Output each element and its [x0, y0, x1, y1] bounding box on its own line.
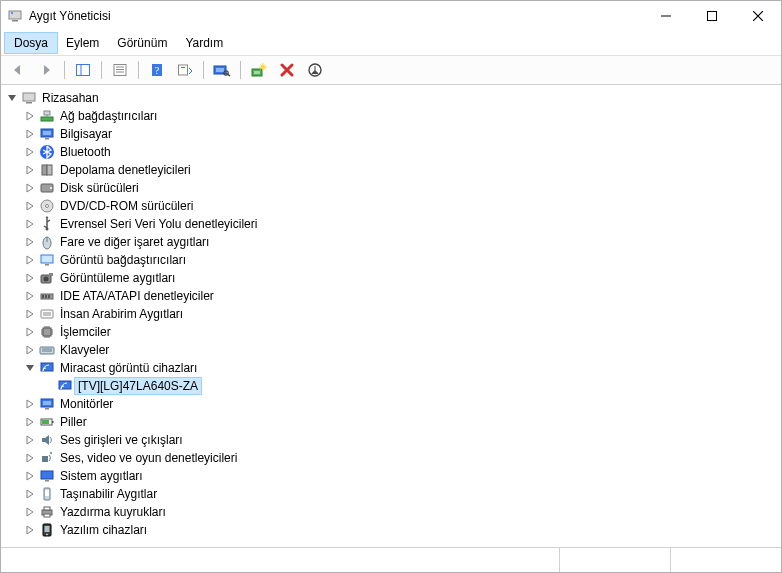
tree-category-sound-video-game-controllers[interactable]: Ses, video ve oyun denetleyicileri: [23, 449, 781, 467]
expand-icon[interactable]: [23, 343, 37, 357]
tree-root-label: Rizasahan: [39, 90, 102, 106]
toolbar-separator: [138, 61, 139, 79]
show-hide-console-tree-button[interactable]: [70, 58, 96, 82]
monitors-icon: [39, 396, 55, 412]
svg-point-36: [46, 228, 49, 231]
expand-icon[interactable]: [23, 235, 37, 249]
tree-item-label: Piller: [57, 414, 90, 430]
tree-category-keyboards[interactable]: Klavyeler: [23, 341, 781, 359]
tree-item-label: Fare ve diğer işaret aygıtları: [57, 234, 212, 250]
tree-device-miracast-tv[interactable]: [TV][LG]47LA640S-ZA: [41, 377, 781, 395]
svg-rect-51: [43, 328, 51, 336]
back-button[interactable]: [5, 58, 31, 82]
tree-category-monitors[interactable]: Monitörler: [23, 395, 781, 413]
expand-icon[interactable]: [23, 523, 37, 537]
svg-rect-58: [43, 401, 51, 405]
svg-text:?: ?: [155, 65, 160, 76]
tree-category-portable-devices[interactable]: Taşınabilir Aygıtlar: [23, 485, 781, 503]
scan-hardware-button[interactable]: [209, 58, 235, 82]
expand-icon[interactable]: [23, 217, 37, 231]
action-button[interactable]: [172, 58, 198, 82]
help-button[interactable]: ?: [144, 58, 170, 82]
toolbar-separator: [64, 61, 65, 79]
expand-icon[interactable]: [23, 271, 37, 285]
menu-file[interactable]: Dosya: [5, 33, 57, 53]
svg-rect-45: [42, 295, 44, 298]
tree-item-label: Ağ bağdaştırıcıları: [57, 108, 160, 124]
tree-category-ide-ata-atapi[interactable]: IDE ATA/ATAPI denetleyiciler: [23, 287, 781, 305]
menu-view[interactable]: Görünüm: [108, 33, 176, 53]
expand-icon[interactable]: [23, 505, 37, 519]
svg-rect-22: [26, 102, 32, 104]
tree-item-label: DVD/CD-ROM sürücüleri: [57, 198, 196, 214]
tree-category-miracast-displays[interactable]: Miracast görüntü cihazları: [23, 359, 781, 377]
usb-controllers-icon: [39, 216, 55, 232]
tree-item-label: Miracast görüntü cihazları: [57, 360, 200, 376]
expand-icon[interactable]: [23, 433, 37, 447]
toolbar-separator: [240, 61, 241, 79]
svg-rect-39: [41, 255, 53, 263]
minimize-button[interactable]: [643, 1, 689, 31]
tree-category-batteries[interactable]: Piller: [23, 413, 781, 431]
expand-icon[interactable]: [23, 181, 37, 195]
forward-button[interactable]: [33, 58, 59, 82]
expand-icon[interactable]: [23, 109, 37, 123]
expand-icon[interactable]: [23, 469, 37, 483]
expander-icon[interactable]: [5, 91, 19, 105]
tree-category-mice-pointing[interactable]: Fare ve diğer işaret aygıtları: [23, 233, 781, 251]
expand-icon[interactable]: [23, 127, 37, 141]
tree-category-imaging-devices[interactable]: Görüntüleme aygıtları: [23, 269, 781, 287]
tree-category-usb-controllers[interactable]: Evrensel Seri Veri Yolu denetleyicileri: [23, 215, 781, 233]
expand-icon[interactable]: [23, 145, 37, 159]
svg-rect-68: [45, 490, 49, 496]
expand-icon[interactable]: [23, 307, 37, 321]
tree-category-disk-drives[interactable]: Disk sürücüleri: [23, 179, 781, 197]
add-legacy-hardware-button[interactable]: [246, 58, 272, 82]
svg-point-2: [11, 12, 13, 14]
update-driver-button[interactable]: [302, 58, 328, 82]
tree-category-audio-inputs-outputs[interactable]: Ses girişleri ve çıkışları: [23, 431, 781, 449]
processors-icon: [39, 324, 55, 340]
tree-item-label: Sistem aygıtları: [57, 468, 146, 484]
expand-icon[interactable]: [23, 487, 37, 501]
status-pane: [1, 548, 560, 572]
expand-icon[interactable]: [23, 163, 37, 177]
properties-button[interactable]: [107, 58, 133, 82]
tree-category-processors[interactable]: İşlemciler: [23, 323, 781, 341]
tree-category-display-adapters[interactable]: Görüntü bağdaştırıcıları: [23, 251, 781, 269]
tree-category-system-devices[interactable]: Sistem aygıtları: [23, 467, 781, 485]
collapse-icon[interactable]: [23, 361, 37, 375]
svg-rect-63: [42, 456, 48, 462]
expand-icon[interactable]: [23, 397, 37, 411]
uninstall-device-button[interactable]: [274, 58, 300, 82]
maximize-button[interactable]: [689, 1, 735, 31]
close-button[interactable]: [735, 1, 781, 31]
audio-inputs-outputs-icon: [39, 432, 55, 448]
tree-category-software-devices[interactable]: Yazılım cihazları: [23, 521, 781, 539]
tree-item-label: İşlemciler: [57, 324, 114, 340]
svg-rect-61: [52, 421, 54, 423]
tree-category-storage-controllers[interactable]: Depolama denetleyicileri: [23, 161, 781, 179]
tree-category-dvd-cd-rom-drives[interactable]: DVD/CD-ROM sürücüleri: [23, 197, 781, 215]
tree-category-computer[interactable]: Bilgisayar: [23, 125, 781, 143]
menu-help[interactable]: Yardım: [176, 33, 232, 53]
device-tree-pane[interactable]: RizasahanAğ bağdaştırıcılarıBilgisayarBl…: [1, 85, 781, 547]
expand-icon[interactable]: [23, 289, 37, 303]
svg-rect-15: [216, 68, 224, 72]
menu-action[interactable]: Eylem: [57, 33, 108, 53]
tree-root[interactable]: Rizasahan: [5, 89, 781, 107]
tree-category-network-adapters[interactable]: Ağ bağdaştırıcıları: [23, 107, 781, 125]
keyboards-icon: [39, 342, 55, 358]
tree-category-bluetooth[interactable]: Bluetooth: [23, 143, 781, 161]
expand-icon[interactable]: [23, 451, 37, 465]
svg-rect-12: [179, 65, 188, 75]
tree-item-label: Monitörler: [57, 396, 116, 412]
expand-icon[interactable]: [23, 415, 37, 429]
expand-icon[interactable]: [23, 199, 37, 213]
tree-category-human-interface-devices[interactable]: İnsan Arabirim Aygıtları: [23, 305, 781, 323]
expand-icon[interactable]: [23, 253, 37, 267]
miracast-device-icon: [57, 378, 73, 394]
expand-icon[interactable]: [23, 325, 37, 339]
tree-category-print-queues[interactable]: Yazdırma kuyrukları: [23, 503, 781, 521]
storage-controllers-icon: [39, 162, 55, 178]
